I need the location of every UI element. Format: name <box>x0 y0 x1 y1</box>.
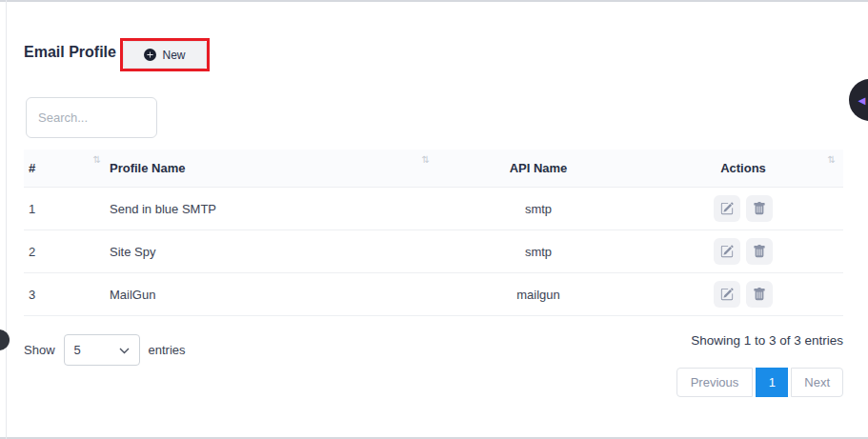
plus-circle-icon <box>144 49 156 61</box>
trash-icon <box>753 202 766 215</box>
edit-icon <box>720 245 734 258</box>
edit-button[interactable] <box>714 195 740 222</box>
current-page-button[interactable]: 1 <box>756 368 788 397</box>
content-left-border <box>6 0 7 439</box>
annotation-highlight: New <box>120 38 210 71</box>
page-length-select[interactable]: 5 <box>64 334 140 366</box>
page-length-value: 5 <box>74 343 81 357</box>
new-button[interactable]: New <box>123 41 207 69</box>
edit-button[interactable] <box>714 281 740 308</box>
column-header-actions[interactable]: Actions ⇅ <box>643 150 843 187</box>
row-index: 3 <box>24 288 105 302</box>
sort-icon: ⇅ <box>93 154 101 165</box>
table-header-row: # ⇅ Profile Name ⇅ API Name Actions ⇅ <box>24 150 843 188</box>
delete-button[interactable] <box>746 281 773 308</box>
row-index: 2 <box>24 245 105 259</box>
sort-icon: ⇅ <box>422 154 430 165</box>
row-actions <box>643 281 843 308</box>
row-profile-name: Send in blue SMTP <box>105 202 434 216</box>
next-page-button[interactable]: Next <box>791 368 843 397</box>
top-border <box>0 0 868 2</box>
page-title: Email Profile <box>24 44 116 61</box>
column-header-profile-name[interactable]: Profile Name ⇅ <box>105 150 434 187</box>
pagination: Previous 1 Next <box>676 368 843 397</box>
email-profile-page: ◄ Email Profile New # ⇅ Profile Name ⇅ A <box>0 0 868 439</box>
row-profile-name: MailGun <box>105 288 434 302</box>
edit-icon <box>720 288 734 301</box>
column-header-index[interactable]: # ⇅ <box>24 150 105 187</box>
edit-button[interactable] <box>714 238 740 265</box>
row-index: 1 <box>24 202 105 216</box>
sort-icon: ⇅ <box>828 154 836 165</box>
row-api-name: smtp <box>434 202 643 216</box>
chevron-down-icon <box>119 343 130 357</box>
edit-icon <box>720 202 734 215</box>
table-row: 2 Site Spy smtp <box>24 230 843 273</box>
table-info-text: Showing 1 to 3 of 3 entries <box>691 333 843 348</box>
search-input[interactable] <box>26 97 157 138</box>
row-actions <box>643 238 843 265</box>
new-button-label: New <box>162 49 185 62</box>
row-actions <box>643 195 843 222</box>
chevron-left-icon: ◄ <box>856 94 868 107</box>
left-edge-knob[interactable] <box>0 329 10 350</box>
trash-icon <box>753 245 766 258</box>
column-header-api-name[interactable]: API Name <box>434 150 643 187</box>
entries-label: entries <box>149 343 186 357</box>
table-row: 3 MailGun mailgun <box>24 273 843 316</box>
row-api-name: mailgun <box>434 288 643 302</box>
previous-page-button[interactable]: Previous <box>676 368 754 397</box>
page-length-control: Show 5 entries <box>24 334 186 366</box>
table-row: 1 Send in blue SMTP smtp <box>24 188 843 230</box>
collapse-panel-button[interactable]: ◄ <box>849 79 868 121</box>
delete-button[interactable] <box>746 238 773 265</box>
email-profile-table: # ⇅ Profile Name ⇅ API Name Actions ⇅ 1 … <box>24 150 843 316</box>
row-api-name: smtp <box>434 245 643 259</box>
delete-button[interactable] <box>746 195 773 222</box>
show-label: Show <box>24 343 55 357</box>
trash-icon <box>753 288 766 301</box>
row-profile-name: Site Spy <box>105 245 434 259</box>
